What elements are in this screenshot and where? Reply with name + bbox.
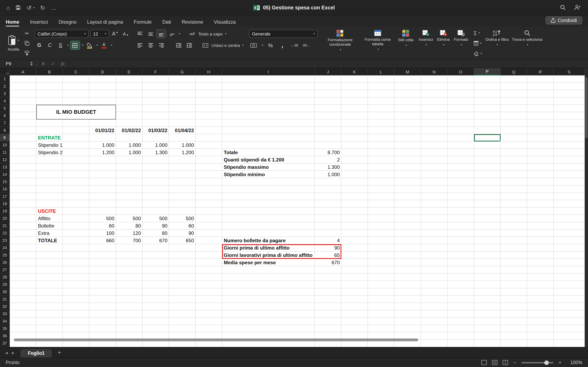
wrap-text-caret-icon[interactable]: ▾ [225,32,226,35]
underline-caret-icon[interactable]: ▾ [67,44,69,47]
cell-B21[interactable]: Bollette [36,222,63,230]
cell-E10[interactable]: 1.000 [116,142,143,149]
row-header-9[interactable]: 9 [0,134,10,142]
cell-styles-button[interactable]: Stili cella ▾ [398,29,414,58]
font-color-caret-icon[interactable]: ▾ [111,44,112,47]
zoom-out-icon[interactable]: − [513,360,516,365]
sort-filter-button[interactable]: AZ Ordina e filtra ▾ [485,29,509,58]
search-icon[interactable] [560,4,566,11]
save-icon[interactable] [16,5,21,10]
row-header-30[interactable]: 30 [0,288,10,296]
page-break-view-icon[interactable] [503,360,508,365]
cell-B9[interactable]: ENTRATE [36,134,63,142]
undo-button[interactable]: ↺▾ [27,5,35,10]
sheet-nav-right-icon[interactable]: ▶ [10,351,16,358]
selected-cell-P9[interactable] [474,134,501,142]
wrap-text-icon[interactable]: ab [188,30,197,38]
cell-G11[interactable]: 1.200 [169,149,196,156]
tab-dati[interactable]: Dati [162,19,171,27]
cell-grid[interactable]: IL MIO BUDGET01/01/2201/02/2201/03/2201/… [10,75,585,347]
column-header-I[interactable]: I [222,68,315,75]
column-header-S[interactable]: S [554,68,585,75]
cell-I23[interactable]: Numero bollette da pagare [222,237,315,244]
stepper-up-icon[interactable] [30,62,33,63]
column-header-L[interactable]: L [368,68,394,75]
align-center-button[interactable] [146,41,155,49]
column-header-A[interactable]: A [10,68,36,75]
tab-inserisci[interactable]: Inserisci [30,19,48,27]
name-box[interactable]: P9 [2,60,28,67]
merge-center-label[interactable]: Unisci e centra [212,43,240,48]
stepper-down-icon[interactable] [30,64,33,66]
font-name-select[interactable]: Calibri (Corpo) ▾ [35,30,89,38]
cell-F8[interactable]: 01/03/22 [143,127,169,134]
tab-disegno[interactable]: Disegno [59,19,77,27]
align-top-button[interactable] [136,30,145,38]
row-header-34[interactable]: 34 [0,318,10,325]
cell-D20[interactable]: 500 [89,215,116,222]
format-as-table-button[interactable]: Formatta come tabella ▾ [361,29,395,58]
cell-D22[interactable]: 100 [89,230,116,237]
row-header-35[interactable]: 35 [0,325,10,332]
cut-button[interactable]: ✂ [25,30,29,37]
cell-F22[interactable]: 80 [143,230,169,237]
share-button[interactable]: Condividi [545,16,582,25]
undo-caret-icon[interactable]: ▾ [33,6,35,9]
cell-J25[interactable]: 65 [315,252,341,259]
font-color-button[interactable]: A [99,41,108,49]
column-header-R[interactable]: R [527,68,554,75]
borders-caret-icon[interactable]: ▾ [82,44,83,47]
align-left-button[interactable] [136,41,145,49]
row-header-33[interactable]: 33 [0,310,10,318]
cell-G21[interactable]: 60 [169,222,196,230]
cell-D8[interactable]: 01/01/22 [89,127,116,134]
row-header-25[interactable]: 25 [0,252,10,259]
decrease-decimal-button[interactable]: .00→ [302,41,311,49]
row-header-26[interactable]: 26 [0,259,10,266]
borders-button[interactable] [70,41,79,49]
format-cells-button[interactable]: Formato ▾ [454,29,468,58]
row-header-18[interactable]: 18 [0,200,10,208]
more-commands-icon[interactable]: … [51,5,57,10]
orientation-caret-icon[interactable]: ▾ [179,32,180,35]
bold-button[interactable]: G [35,41,44,49]
cell-B19[interactable]: USCITE [36,208,63,215]
column-header-N[interactable]: N [421,68,448,75]
cell-I12[interactable]: Quanti stipendi da € 1.200 [222,156,315,164]
column-header-J[interactable]: J [315,68,341,75]
tab-visualizza[interactable]: Visualizza [214,19,236,27]
row-header-11[interactable]: 11 [0,149,10,156]
cell-I14[interactable]: Stipendio minimo [222,171,315,178]
row-header-27[interactable]: 27 [0,266,10,274]
horizontal-scrollbar[interactable] [14,338,418,341]
row-header-29[interactable]: 29 [0,281,10,288]
cell-I11[interactable]: Totale [222,149,315,156]
decrease-font-size-button[interactable]: A▼ [121,30,130,38]
cell-D21[interactable]: 60 [89,222,116,230]
page-layout-view-icon[interactable] [492,360,497,365]
row-header-32[interactable]: 32 [0,303,10,310]
redo-button[interactable]: ↻ [40,5,45,10]
cell-G23[interactable]: 650 [169,237,196,244]
cell-B23[interactable]: TOTALE [36,237,63,244]
column-header-Q[interactable]: Q [501,68,527,75]
column-header-G[interactable]: G [169,68,196,75]
cell-D10[interactable]: 1.000 [89,142,116,149]
column-header-F[interactable]: F [143,68,169,75]
align-middle-button[interactable] [146,30,155,38]
cell-B22[interactable]: Extra [36,230,63,237]
row-header-3[interactable]: 3 [0,90,10,98]
row-header-23[interactable]: 23 [0,237,10,244]
vertical-scrollbar-thumb[interactable] [585,77,588,138]
cell-J12[interactable]: 2 [315,156,341,164]
cell-F10[interactable]: 1.000 [143,142,169,149]
column-header-K[interactable]: K [341,68,368,75]
number-format-select[interactable]: Generale ▾ [249,30,318,38]
paste-button[interactable]: ▾ Incolla [4,29,23,58]
row-header-4[interactable]: 4 [0,98,10,105]
fill-handle[interactable] [499,140,501,142]
tab-layout-di-pagina[interactable]: Layout di pagina [87,19,123,27]
find-select-button[interactable]: Trova e seleziona ▾ [512,29,542,58]
row-header-19[interactable]: 19 [0,208,10,215]
add-sheet-button[interactable]: + [52,349,66,358]
